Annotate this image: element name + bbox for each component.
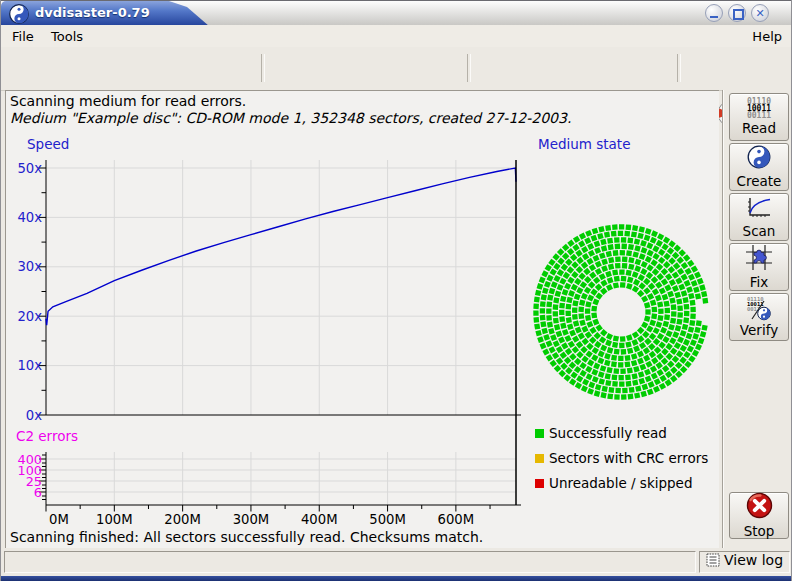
maximize-button[interactable] (728, 4, 746, 22)
window-title: dvdisaster-0.79 (35, 5, 150, 20)
app-yinyang-icon (9, 4, 29, 27)
titlebar[interactable]: dvdisaster-0.79 ✕ (1, 0, 792, 25)
scan-button[interactable]: Scan (729, 193, 789, 241)
speed-chart-title: Speed (27, 136, 69, 152)
legend-item-crc: Sectors with CRC errors (535, 452, 708, 464)
view-log-section: View log (699, 551, 790, 573)
menu-tools[interactable]: Tools (45, 27, 89, 46)
main-panel: Scanning medium for read errors. Medium … (5, 90, 719, 548)
statusbar-message-area (4, 551, 696, 573)
scan-result-message: Scanning finished: All sectors successfu… (10, 529, 483, 545)
stop-icon (746, 492, 773, 522)
menu-help[interactable]: Help (746, 27, 788, 46)
legend-swatch-green (535, 429, 544, 438)
close-button[interactable]: ✕ (751, 4, 769, 22)
statusbar: View log (1, 548, 792, 576)
app-window: dvdisaster-0.79 ✕ File Tools Help Optica… (0, 0, 792, 581)
log-list-icon (706, 553, 720, 567)
stop-button[interactable]: Stop (729, 492, 789, 539)
legend-item-unreadable: Unreadable / skipped (535, 477, 692, 489)
toolbar: Optical drive 52X FW 1.02 011 10011 0011… (1, 47, 792, 91)
toolbar-separator (261, 54, 265, 82)
toolbar-separator (677, 54, 681, 82)
legend-item-success: Successfully read (535, 427, 667, 439)
window-bottom-border (1, 576, 792, 581)
medium-state-title: Medium state (538, 136, 630, 152)
fix-puzzle-icon (746, 245, 772, 273)
status-line-1: Scanning medium for read errors. (10, 93, 246, 109)
minimize-button[interactable] (705, 4, 723, 22)
read-button[interactable]: 01110 10011 00111 Read (729, 93, 789, 141)
fix-button[interactable]: Fix (729, 243, 789, 291)
legend-swatch-red (535, 479, 544, 488)
verify-button[interactable]: 01110 10011 00111 Verify (729, 293, 789, 341)
c2-errors-title: C2 errors (16, 428, 78, 444)
read-binary-icon: 01110 10011 00111 (747, 98, 771, 119)
scan-chart-icon (746, 196, 772, 222)
verify-compare-icon: 01110 10011 00111 (746, 297, 772, 321)
status-line-2: Medium "Example disc": CD-ROM mode 1, 35… (10, 110, 571, 126)
menu-file[interactable]: File (6, 27, 40, 46)
view-log-button[interactable]: View log (700, 552, 789, 568)
action-sidebar: 01110 10011 00111 Read Create (723, 90, 792, 548)
menubar: File Tools Help (1, 25, 792, 48)
create-button[interactable]: Create (729, 143, 789, 191)
toolbar-separator (467, 54, 471, 82)
create-yinyang-icon (747, 145, 771, 172)
legend-swatch-yellow (535, 454, 544, 463)
